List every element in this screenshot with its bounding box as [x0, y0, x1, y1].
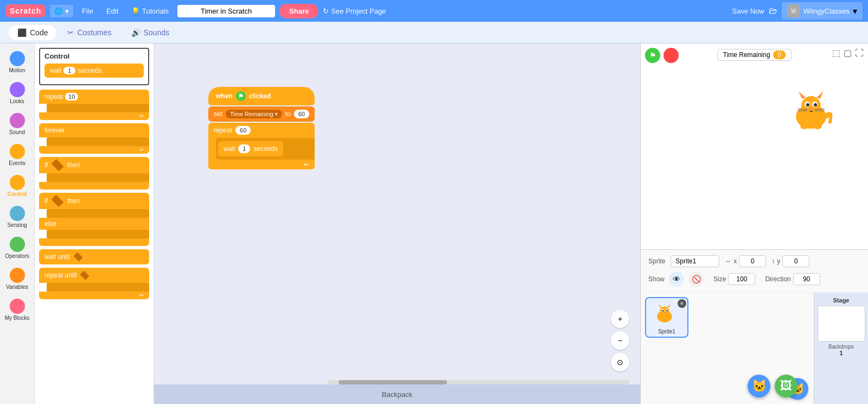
- y-input[interactable]: [782, 255, 809, 267]
- top-nav: Scratch 🌐 ▾ File Edit 💡 Tutorials Share …: [0, 0, 868, 22]
- size-group: Size: [713, 273, 755, 285]
- backpack-bar[interactable]: Backpack: [154, 384, 640, 404]
- direction-input[interactable]: [793, 273, 820, 285]
- preview-top-right: ⬚ ▢ ⛶: [832, 48, 864, 58]
- undock-button[interactable]: ⬚: [832, 48, 840, 58]
- stop-button[interactable]: [663, 48, 679, 63]
- stage-preview[interactable]: [818, 306, 865, 342]
- tab-code[interactable]: ⬛ Code: [9, 25, 56, 40]
- repeat-until-block[interactable]: repeat until ↩: [39, 268, 149, 299]
- cat-variables[interactable]: Variables: [0, 264, 34, 293]
- user-area[interactable]: W WiingyClasses ▾: [782, 2, 863, 20]
- sprite-label: Sprite: [648, 257, 665, 265]
- looks-dot: [10, 82, 25, 97]
- cat-sensing[interactable]: Sensing: [0, 203, 34, 231]
- sensing-label: Sensing: [7, 222, 27, 228]
- svg-point-19: [660, 306, 669, 316]
- x-input[interactable]: [739, 255, 766, 267]
- sprite-cat-preview: [787, 87, 835, 146]
- svg-marker-20: [659, 304, 662, 308]
- if-else-block[interactable]: if then else: [39, 193, 149, 246]
- cat-looks[interactable]: Looks: [0, 79, 34, 108]
- backpack-label: Backpack: [382, 390, 412, 399]
- svg-point-10: [809, 108, 813, 110]
- cat-operators[interactable]: Operators: [0, 233, 34, 262]
- x-coord-group: ↔ x: [725, 255, 766, 267]
- green-flag-button[interactable]: ⚑: [645, 48, 660, 63]
- svg-point-8: [806, 103, 809, 106]
- see-project-button[interactable]: ↻ See Project Page: [323, 7, 386, 15]
- delete-sprite-button[interactable]: ✕: [678, 299, 686, 308]
- svg-point-15: [800, 123, 809, 129]
- tab-sounds[interactable]: 🔊 Sounds: [123, 25, 178, 40]
- user-avatar: W: [787, 4, 800, 17]
- floating-add-buttons: 🐱 🖼: [748, 375, 797, 397]
- sprite-info: Sprite ↔ x ↕ y Show 👁 🚫 Size: [641, 250, 868, 293]
- cat-motion[interactable]: Motion: [0, 48, 34, 77]
- stage-thumb-panel: Stage Backdrops 1: [814, 293, 868, 404]
- cat-control[interactable]: Control: [0, 172, 34, 200]
- fit-button[interactable]: ⊙: [611, 353, 629, 371]
- cat-sound[interactable]: Sound: [0, 110, 34, 138]
- sprite-name-input[interactable]: [671, 255, 719, 267]
- cat-events[interactable]: Events: [0, 141, 34, 169]
- looks-label: Looks: [10, 98, 24, 104]
- file-menu[interactable]: File: [78, 5, 98, 17]
- size-input[interactable]: [728, 273, 755, 285]
- svg-point-26: [664, 312, 666, 313]
- sprite-card-sprite1[interactable]: ✕ Sprit: [645, 297, 688, 338]
- svg-point-16: [813, 123, 822, 129]
- cat-myblocks[interactable]: My Blocks: [0, 295, 34, 324]
- show-label: Show: [648, 275, 665, 283]
- size-label: Size: [713, 275, 726, 283]
- show-hidden-button[interactable]: 🚫: [688, 272, 704, 287]
- show-row: Show 👁 🚫 Size Direction: [648, 272, 860, 287]
- wait-1-seconds-block[interactable]: wait 1 seconds: [218, 141, 283, 156]
- zoom-in-button[interactable]: +: [611, 310, 629, 328]
- forever-block[interactable]: forever ↩: [39, 123, 149, 154]
- tab-costumes[interactable]: ✂ Costumes: [59, 25, 120, 40]
- stage-controls: + − ⊙: [611, 310, 629, 371]
- tutorials-button[interactable]: 💡 Tutorials: [127, 5, 173, 17]
- set-variable-block[interactable]: set Time Remaining ▾ to 60: [208, 106, 315, 122]
- show-visible-button[interactable]: 👁: [669, 272, 684, 287]
- medium-view-button[interactable]: ▢: [844, 48, 852, 58]
- scratch-logo: Scratch: [5, 4, 46, 17]
- repeat-60-block[interactable]: repeat 60 wait 1 seconds ↩: [208, 123, 315, 169]
- edit-menu[interactable]: Edit: [102, 5, 123, 17]
- repeat-block[interactable]: repeat 10 ↩: [39, 90, 149, 120]
- horizontal-scrollbar[interactable]: [328, 380, 629, 384]
- motion-dot: [10, 51, 25, 66]
- sound-dot: [10, 113, 25, 128]
- categories-panel: Motion Looks Sound Events Control Sensin…: [0, 43, 35, 404]
- wait-seconds-block[interactable]: wait 1 seconds: [44, 64, 144, 78]
- if-then-block[interactable]: if then: [39, 157, 149, 190]
- svg-point-25: [666, 310, 667, 312]
- backdrops-label: Backdrops: [828, 344, 854, 350]
- folder-button[interactable]: 🗁: [769, 6, 777, 16]
- save-now-button[interactable]: Save Now: [732, 7, 764, 15]
- share-button[interactable]: Share: [279, 4, 318, 18]
- control-label: Control: [8, 191, 27, 197]
- main-layout: Motion Looks Sound Events Control Sensin…: [0, 43, 868, 404]
- wait-until-block[interactable]: wait until: [39, 249, 149, 264]
- code-blocks-container: when ⚑ clicked set Time Remaining ▾ to 6…: [208, 87, 315, 171]
- sound-label: Sound: [9, 129, 25, 135]
- add-backdrop-button[interactable]: 🖼: [775, 375, 797, 397]
- globe-button[interactable]: 🌐 ▾: [50, 5, 73, 17]
- sensing-dot: [10, 206, 25, 221]
- when-flag-clicked-block[interactable]: when ⚑ clicked: [208, 87, 315, 105]
- scrollbar-thumb[interactable]: [339, 380, 447, 384]
- fullscreen-button[interactable]: ⛶: [855, 48, 864, 58]
- svg-point-9: [814, 103, 817, 106]
- project-title-input[interactable]: [177, 5, 275, 17]
- events-dot: [10, 144, 25, 159]
- username: WiingyClasses: [803, 7, 850, 15]
- direction-group: Direction: [765, 273, 820, 285]
- control-title: Control: [44, 52, 144, 60]
- time-remaining-badge: Time Remaining 0: [717, 49, 792, 61]
- zoom-out-button[interactable]: −: [611, 331, 629, 350]
- code-stage-area: when ⚑ clicked set Time Remaining ▾ to 6…: [154, 43, 640, 404]
- add-cat-button[interactable]: 🐱: [748, 375, 770, 397]
- direction-label: Direction: [765, 275, 790, 283]
